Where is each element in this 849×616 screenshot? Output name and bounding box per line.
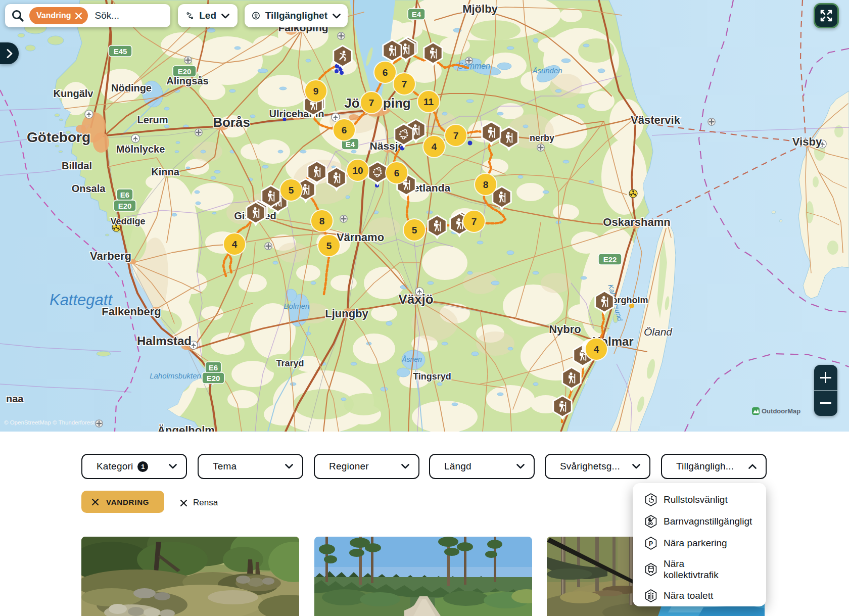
svg-text:Onsala: Onsala [72, 183, 106, 194]
svg-text:Mjölby: Mjölby [462, 3, 498, 15]
svg-text:E20: E20 [207, 374, 220, 383]
svg-text:Göteborg: Göteborg [27, 129, 90, 145]
svg-text:Åsunden: Åsunden [532, 66, 562, 75]
svg-text:11: 11 [423, 97, 434, 107]
svg-text:naa: naa [6, 393, 24, 404]
svg-text:Billdal: Billdal [62, 160, 92, 171]
svg-text:Borås: Borås [213, 115, 250, 130]
svg-text:Värnamo: Värnamo [337, 231, 384, 244]
svg-text:E6: E6 [209, 363, 218, 372]
svg-text:7: 7 [471, 216, 477, 227]
svg-text:E20: E20 [118, 202, 132, 210]
svg-text:Falkenberg: Falkenberg [102, 305, 161, 318]
svg-text:Veddige: Veddige [110, 216, 145, 226]
svg-text:E6: E6 [120, 191, 129, 199]
svg-text:Visby: Visby [792, 135, 822, 148]
svg-text:Nybro: Nybro [549, 323, 581, 336]
svg-text:P: P [649, 540, 653, 547]
svg-text:nerby: nerby [530, 133, 554, 143]
svg-text:Öland: Öland [644, 326, 673, 338]
svg-text:Kinna: Kinna [151, 166, 179, 177]
svg-text:E45: E45 [114, 47, 127, 56]
svg-text:6: 6 [383, 67, 388, 78]
svg-text:7: 7 [369, 98, 374, 108]
svg-text:© OpenStreetMap © Thunderfores: © OpenStreetMap © Thunderforest [4, 419, 95, 425]
svg-text:Varberg: Varberg [90, 250, 131, 262]
svg-text:5: 5 [412, 225, 417, 235]
svg-text:Nödinge: Nödinge [111, 82, 152, 93]
svg-text:6: 6 [342, 125, 347, 135]
svg-text:6: 6 [394, 168, 400, 178]
svg-text:Halmstad: Halmstad [137, 334, 192, 348]
svg-text:7: 7 [402, 79, 407, 89]
svg-text:Ljungby: Ljungby [325, 307, 368, 320]
svg-text:4: 4 [594, 344, 599, 355]
svg-text:E22: E22 [603, 255, 617, 264]
svg-text:Oskarshamn: Oskarshamn [603, 216, 670, 228]
svg-text:Västervik: Västervik [631, 114, 681, 126]
svg-text:Växjö: Växjö [398, 292, 433, 307]
svg-text:Ängelholm: Ängelholm [157, 424, 215, 432]
svg-text:Traryd: Traryd [276, 358, 304, 368]
svg-text:Mölnlycke: Mölnlycke [116, 144, 165, 155]
svg-text:8: 8 [319, 216, 325, 226]
svg-text:5: 5 [289, 185, 294, 196]
svg-text:5: 5 [326, 241, 332, 251]
svg-text:Bolmen: Bolmen [284, 302, 310, 310]
svg-text:4: 4 [232, 239, 238, 250]
svg-text:Kungälv: Kungälv [54, 88, 94, 99]
svg-text:9: 9 [313, 86, 319, 97]
svg-text:OutdoorMap: OutdoorMap [762, 407, 800, 415]
svg-text:Lerum: Lerum [137, 114, 168, 125]
svg-text:4: 4 [432, 141, 437, 152]
svg-text:8: 8 [483, 179, 489, 190]
svg-text:Alingsås: Alingsås [166, 75, 208, 86]
svg-text:Laholmsbukten: Laholmsbukten [150, 371, 201, 380]
svg-text:Tingsryd: Tingsryd [413, 371, 451, 382]
svg-text:Åsnen: Åsnen [401, 355, 422, 363]
svg-text:E4: E4 [412, 10, 421, 19]
svg-text:10: 10 [352, 165, 363, 176]
svg-text:E20: E20 [178, 67, 192, 76]
svg-text:7: 7 [453, 130, 459, 141]
